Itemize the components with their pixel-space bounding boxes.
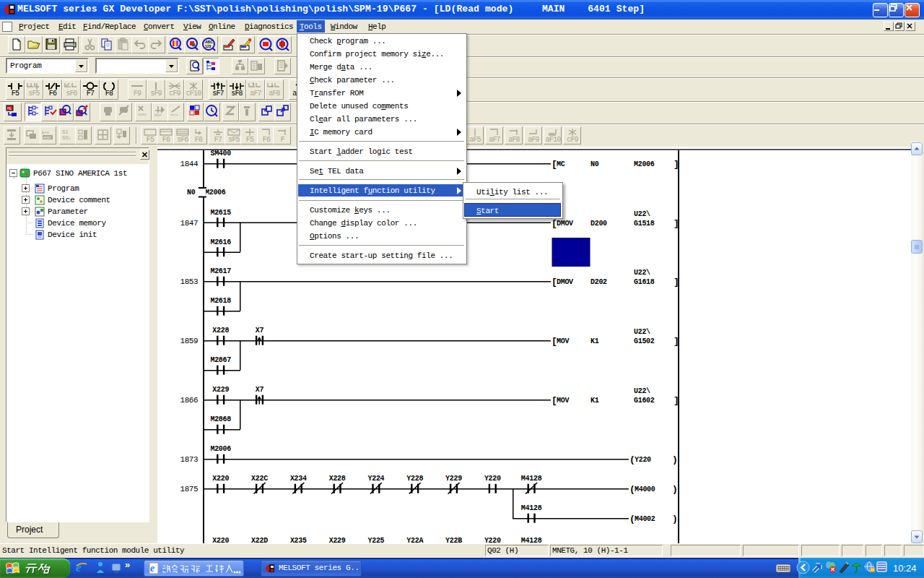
svg-text:M4128: M4128 — [521, 537, 542, 543]
svg-text:M4128: M4128 — [521, 504, 542, 512]
svg-text:M2617: M2617 — [210, 267, 231, 275]
svg-text:X229: X229 — [329, 537, 346, 543]
svg-text:HL: HL — [7, 106, 12, 111]
svg-text:X220: X220 — [212, 475, 229, 483]
svg-text:Y220: Y220 — [484, 537, 501, 543]
svg-text:K1: K1 — [590, 337, 599, 345]
svg-text:G1602: G1602 — [634, 397, 655, 405]
svg-text:M4128: M4128 — [521, 475, 542, 483]
svg-text:1844: 1844 — [180, 160, 199, 168]
svg-text:SM400: SM400 — [210, 150, 231, 158]
svg-text:U22\: U22\ — [634, 269, 650, 277]
svg-text:M2615: M2615 — [210, 209, 231, 217]
svg-text:e: e — [76, 561, 82, 574]
svg-text:X22D: X22D — [251, 537, 268, 543]
svg-text:Y220: Y220 — [484, 475, 501, 483]
svg-text:M2867: M2867 — [210, 356, 231, 364]
svg-text:M2618: M2618 — [210, 297, 231, 305]
svg-text:): ) — [672, 514, 678, 525]
svg-text:123: 123 — [205, 44, 212, 48]
svg-text:1853: 1853 — [180, 277, 198, 286]
svg-text:U22\: U22\ — [634, 210, 650, 218]
svg-text:X228: X228 — [212, 327, 229, 335]
svg-text:£+v: £+v — [42, 130, 49, 134]
svg-text:DMOV: DMOV — [557, 278, 573, 286]
svg-text:X229: X229 — [212, 386, 229, 394]
svg-text:X235: X235 — [290, 537, 307, 543]
svg-text:S1: S1 — [62, 129, 69, 134]
svg-text:G1502: G1502 — [634, 337, 655, 345]
svg-text:error: error — [43, 135, 51, 139]
svg-text:M4002: M4002 — [635, 515, 655, 523]
svg-text:xxxx: xxxx — [138, 112, 147, 116]
svg-text:]: ] — [674, 218, 679, 229]
svg-text:DMOV: DMOV — [557, 220, 573, 228]
svg-text:]: ] — [674, 336, 679, 347]
svg-text:e: e — [150, 563, 154, 574]
svg-text:M2616: M2616 — [210, 238, 231, 246]
svg-text:D200: D200 — [590, 220, 607, 228]
svg-text:X22C: X22C — [251, 475, 268, 483]
svg-text:1847: 1847 — [180, 219, 198, 228]
svg-text:): ) — [672, 484, 678, 495]
svg-text:S9↓: S9↓ — [62, 135, 71, 140]
svg-text:=<>: =<> — [170, 113, 178, 117]
svg-text:Y22A: Y22A — [406, 537, 423, 543]
svg-text:G1518: G1518 — [634, 220, 655, 228]
svg-text:Y225: Y225 — [367, 537, 384, 543]
svg-text:H|=: H|= — [154, 113, 162, 117]
svg-text:K1: K1 — [590, 397, 599, 405]
svg-text:]: ] — [674, 277, 679, 288]
svg-text:M2006: M2006 — [634, 160, 655, 168]
svg-text:MOV: MOV — [557, 397, 569, 405]
svg-text:): ) — [672, 454, 678, 465]
svg-text:X7: X7 — [256, 327, 264, 335]
svg-text:M2006: M2006 — [205, 189, 226, 197]
svg-text:MC: MC — [557, 160, 565, 168]
svg-text:X234: X234 — [290, 475, 307, 483]
svg-text:N0: N0 — [590, 160, 599, 168]
svg-text:N0: N0 — [187, 189, 196, 197]
svg-text:X228: X228 — [329, 475, 346, 483]
svg-text:G1618: G1618 — [634, 278, 655, 286]
svg-text:Y220: Y220 — [635, 456, 651, 464]
svg-text:MOV: MOV — [557, 337, 569, 345]
svg-text:D202: D202 — [590, 278, 607, 286]
svg-text:]: ] — [674, 159, 679, 170]
svg-text:1875: 1875 — [180, 485, 198, 493]
svg-text:U22\: U22\ — [634, 387, 650, 395]
svg-text:Y229: Y229 — [445, 475, 462, 483]
svg-text:X7: X7 — [256, 386, 264, 394]
svg-text:1873: 1873 — [180, 455, 198, 464]
svg-text:X220: X220 — [212, 537, 229, 543]
svg-text:1866: 1866 — [180, 396, 198, 405]
svg-text:1859: 1859 — [180, 337, 198, 345]
svg-text:M2868: M2868 — [210, 415, 231, 423]
svg-text:M2006: M2006 — [210, 445, 231, 453]
svg-text:]: ] — [674, 395, 679, 406]
svg-text:M4000: M4000 — [635, 486, 655, 493]
svg-text:Y224: Y224 — [367, 475, 384, 483]
svg-text:Y228: Y228 — [406, 475, 423, 483]
svg-text:U22\: U22\ — [634, 328, 650, 336]
svg-text:Y22B: Y22B — [445, 537, 462, 543]
